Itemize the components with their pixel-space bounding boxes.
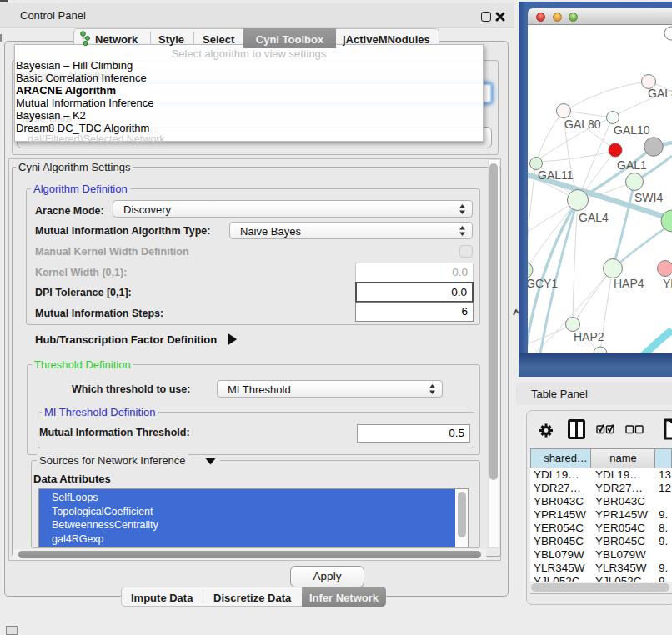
svg-text:GAL10: GAL10 bbox=[614, 123, 650, 137]
svg-text:HAP2: HAP2 bbox=[574, 330, 604, 343]
svg-text:GAL4: GAL4 bbox=[579, 211, 609, 224]
svg-text:GAL11: GAL11 bbox=[538, 168, 574, 182]
svg-text:GCY1: GCY1 bbox=[528, 277, 558, 290]
svg-text:SWI4: SWI4 bbox=[634, 191, 663, 204]
svg-text:GAL8: GAL8 bbox=[648, 87, 672, 100]
svg-text:GAL1: GAL1 bbox=[617, 158, 647, 172]
svg-text:GAL80: GAL80 bbox=[564, 118, 601, 131]
svg-text:HAP4: HAP4 bbox=[614, 277, 644, 290]
svg-text:YE: YE bbox=[663, 277, 672, 290]
